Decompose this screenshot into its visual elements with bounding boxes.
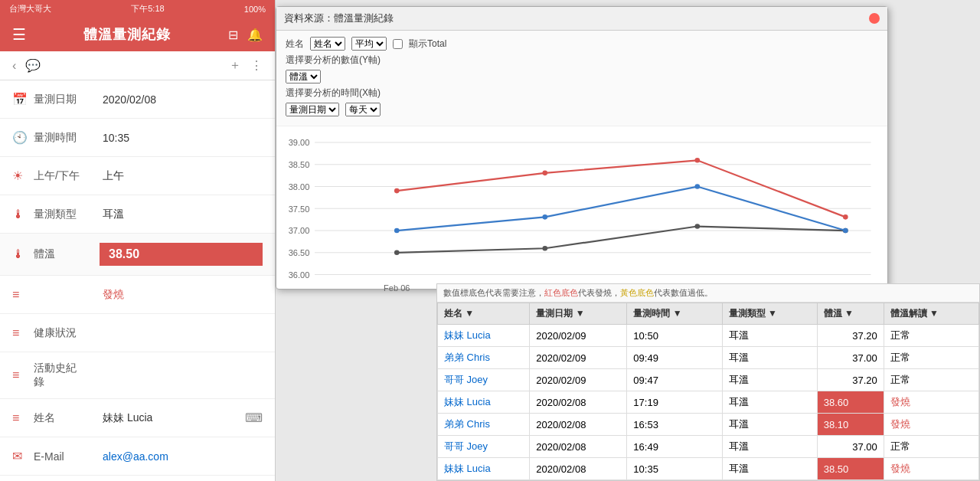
- svg-point-23: [542, 171, 547, 176]
- time-label: 下午5:18: [131, 3, 164, 15]
- app-title: 體溫量測紀錄: [83, 25, 171, 44]
- cell-reading: 正常: [884, 436, 978, 458]
- chart-window: 資料來源：體溫量測紀錄 × 姓名 姓名 平均 顯示Total 選擇要分析的數值(…: [276, 6, 888, 290]
- svg-point-27: [542, 214, 547, 220]
- activity-icon: ≡: [12, 368, 34, 382]
- cell-name[interactable]: 哥哥 Joey: [438, 436, 530, 458]
- cell-temp: 38.50: [817, 458, 884, 480]
- field-name: ≡ 姓名 妹妹 Lucia ⌨: [0, 399, 275, 437]
- field-health: ≡ 健康狀況: [0, 314, 275, 352]
- cell-name[interactable]: 哥哥 Joey: [438, 369, 530, 391]
- window-close-button[interactable]: ×: [869, 13, 880, 24]
- svg-point-19: [542, 246, 547, 251]
- chart-controls: 姓名 姓名 平均 顯示Total 選擇要分析的數值(Y軸) 體溫 選擇要分析的時…: [276, 31, 887, 126]
- cell-date: 2020/02/08: [530, 436, 627, 458]
- menu-icon[interactable]: ☰: [12, 25, 26, 44]
- cell-time: 17:19: [627, 391, 722, 414]
- svg-text:39.00: 39.00: [289, 138, 310, 147]
- col-header-type[interactable]: 量測類型 ▼: [722, 303, 817, 325]
- control-row-3: 體溫: [286, 70, 878, 83]
- cell-reading: 發燒: [884, 391, 978, 414]
- field-date: 📅 量測日期 2020/02/08: [0, 80, 275, 119]
- cell-name[interactable]: 弟弟 Chris: [438, 347, 530, 369]
- back-icon[interactable]: ‹: [12, 59, 16, 73]
- battery-label: 100%: [244, 5, 266, 14]
- temp-value: 38.50: [100, 243, 263, 266]
- field-fever-status: ≡ 發燒: [0, 276, 275, 314]
- group-by-label: 姓名: [286, 38, 304, 51]
- show-total-label: 顯示Total: [409, 38, 446, 51]
- add-icon[interactable]: ＋: [229, 57, 241, 74]
- table-row: 妹妹 Lucia2020/02/0910:50耳溫37.20正常: [438, 325, 979, 347]
- col-header-name[interactable]: 姓名 ▼: [438, 303, 530, 325]
- svg-point-24: [694, 158, 700, 163]
- x-interval-select[interactable]: 每天: [345, 103, 381, 116]
- table-row: 哥哥 Joey2020/02/0816:49耳溫37.00正常: [438, 436, 979, 458]
- col-header-date[interactable]: 量測日期 ▼: [530, 303, 627, 325]
- table-note: 數值標底色代表需要注意，紅色底色代表發燒，黃色底色代表數值過低。: [437, 284, 979, 303]
- keyboard-icon[interactable]: ⌨: [245, 411, 263, 425]
- thermometer-icon: 🌡: [12, 208, 34, 221]
- cell-time: 10:35: [627, 458, 722, 480]
- field-temperature: 🌡 體溫 38.50: [0, 234, 275, 276]
- carrier-label: 台灣大哥大: [9, 3, 51, 15]
- note-red: 紅色底色: [544, 288, 578, 297]
- y-value-select[interactable]: 體溫: [286, 70, 321, 83]
- bell-icon[interactable]: 🔔: [247, 28, 263, 42]
- field-email: ✉ E-Mail alex@aa.com: [0, 437, 275, 476]
- svg-point-25: [843, 214, 848, 220]
- control-row-5: 量測日期 每天: [286, 103, 878, 116]
- svg-point-22: [394, 188, 400, 194]
- svg-text:38.50: 38.50: [289, 160, 310, 169]
- svg-text:37.50: 37.50: [289, 205, 310, 214]
- alert-icon: ≡: [12, 288, 34, 302]
- cell-temp: 38.60: [817, 391, 884, 414]
- cell-name[interactable]: 妹妹 Lucia: [438, 325, 530, 347]
- ampm-value: 上午: [103, 169, 263, 183]
- health-icon: ≡: [12, 326, 34, 340]
- cell-type: 耳溫: [722, 436, 817, 458]
- name-label: 姓名: [34, 411, 103, 425]
- col-header-temp[interactable]: 體溫 ▼: [817, 303, 884, 325]
- group-by-select[interactable]: 姓名: [310, 37, 345, 51]
- table-scroll[interactable]: 姓名 ▼ 量測日期 ▼ 量測時間 ▼ 量測類型 ▼ 體溫 ▼ 體溫解讀 ▼ 妹妹…: [437, 303, 979, 480]
- name-value: 妹妹 Lucia: [103, 411, 245, 425]
- filter-icon[interactable]: ⊟: [228, 28, 238, 42]
- window-title: 資料來源：體溫量測紀錄: [284, 11, 394, 25]
- cell-name[interactable]: 妹妹 Lucia: [438, 391, 530, 414]
- svg-text:37.00: 37.00: [289, 226, 310, 235]
- col-header-time[interactable]: 量測時間 ▼: [627, 303, 722, 325]
- cell-temp: 38.10: [817, 414, 884, 436]
- cell-reading: 正常: [884, 347, 978, 369]
- activity-label: 活動史紀錄: [34, 362, 103, 389]
- table-row: 弟弟 Chris2020/02/0816:53耳溫38.10發燒: [438, 414, 979, 436]
- cell-temp: 37.20: [817, 325, 884, 347]
- cell-temp: 37.00: [817, 347, 884, 369]
- cell-time: 10:50: [627, 325, 722, 347]
- avg-select[interactable]: 平均: [351, 37, 387, 51]
- table-row: 弟弟 Chris2020/02/0909:49耳溫37.00正常: [438, 347, 979, 369]
- cell-name[interactable]: 妹妹 Lucia: [438, 458, 530, 480]
- form-content: 📅 量測日期 2020/02/08 🕙 量測時間 10:35 ☀ 上午/下午 上…: [0, 80, 275, 481]
- x-field-select[interactable]: 量測日期: [286, 103, 339, 116]
- cell-date: 2020/02/08: [530, 458, 627, 480]
- more-icon[interactable]: ⋮: [250, 58, 263, 73]
- svg-point-26: [394, 228, 400, 234]
- date-value: 2020/02/08: [103, 93, 263, 106]
- measure-type-value: 耳溫: [103, 208, 263, 221]
- cell-name[interactable]: 弟弟 Chris: [438, 414, 530, 436]
- cell-time: 16:49: [627, 436, 722, 458]
- svg-text:36.50: 36.50: [289, 248, 310, 257]
- show-total-checkbox[interactable]: [393, 39, 403, 49]
- cell-temp: 37.00: [817, 436, 884, 458]
- calendar-icon: 📅: [12, 92, 34, 106]
- time-value: 10:35: [103, 132, 263, 144]
- cell-reading: 發燒: [884, 414, 978, 436]
- col-header-reading[interactable]: 體溫解讀 ▼: [884, 303, 978, 325]
- cell-type: 耳溫: [722, 347, 817, 369]
- cell-time: 10:18: [627, 480, 722, 481]
- svg-point-29: [843, 228, 848, 234]
- svg-point-28: [694, 184, 700, 189]
- cell-name[interactable]: 弟弟 Chris: [438, 480, 530, 481]
- chat-icon[interactable]: 💬: [25, 58, 41, 73]
